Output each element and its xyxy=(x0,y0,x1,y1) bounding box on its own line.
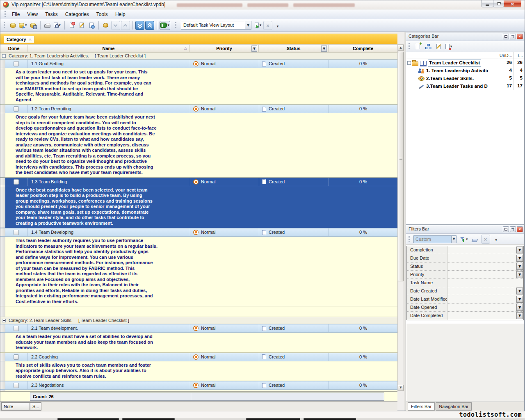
restore-button[interactable] xyxy=(493,0,504,7)
new-database-button[interactable] xyxy=(8,21,17,30)
tab-filters-bar[interactable]: Filters Bar xyxy=(408,402,435,411)
status-filter-dropdown[interactable]: ▼ xyxy=(321,46,327,52)
filter-value-field[interactable] xyxy=(447,312,523,320)
category-tree-item[interactable]: Team Leader Checklist2626 xyxy=(406,59,524,67)
clear-filter-button[interactable] xyxy=(470,235,479,244)
column-header-complete[interactable]: Complete xyxy=(329,45,397,52)
filter-dropdown-icon[interactable]: ▼ xyxy=(516,288,523,294)
task-row[interactable]: 1.3 Team BuildingNormalCreated0 % xyxy=(0,178,397,186)
filter-value-field[interactable] xyxy=(447,271,523,278)
complete-task-button[interactable] xyxy=(101,21,110,30)
column-header-done[interactable]: Done xyxy=(0,45,27,52)
column-header-total[interactable]: T... xyxy=(514,52,524,59)
add-category-button[interactable] xyxy=(413,42,422,51)
priority-filter-dropdown[interactable]: ▼ xyxy=(251,46,257,52)
toolbar-overflow-button[interactable] xyxy=(273,21,282,30)
menu-tasks[interactable]: Tasks xyxy=(41,10,62,18)
filters-close-button[interactable]: × xyxy=(517,226,523,232)
task-row[interactable]: 2.1 Team development.NormalCreated0 % xyxy=(0,324,397,333)
add-subcategory-button[interactable] xyxy=(424,42,433,51)
minimize-button[interactable] xyxy=(482,0,493,7)
apply-layout-button[interactable]: ▾ xyxy=(253,21,262,30)
task-row[interactable]: 1.4 Team DevelopingNormalCreated0 % xyxy=(0,228,397,237)
menu-file[interactable]: File xyxy=(8,10,23,18)
task-row[interactable]: 2.2 CoachingNormalCreated0 % xyxy=(0,353,397,361)
filters-pin-button[interactable] xyxy=(510,226,516,232)
filter-value-field[interactable] xyxy=(447,262,523,270)
dropdown-caret-icon[interactable]: ▾ xyxy=(168,23,170,27)
task-list-scrollbar[interactable]: ▲ ▼ xyxy=(397,44,404,391)
filter-value-field[interactable] xyxy=(447,246,523,254)
filters-restore-button[interactable] xyxy=(503,226,509,232)
column-header-status[interactable]: Status▼ xyxy=(259,45,329,52)
task-note-row[interactable]: As a team leader you need to set up goal… xyxy=(0,68,397,105)
apply-filter-button[interactable]: ▾ xyxy=(459,235,469,244)
task-done-checkbox[interactable] xyxy=(14,106,19,112)
filter-value-field[interactable] xyxy=(447,304,523,311)
task-done-checkbox[interactable] xyxy=(14,61,19,66)
task-note-row[interactable]: As a team leader you must have a set of … xyxy=(0,333,397,353)
task-done-checkbox[interactable] xyxy=(14,383,19,388)
category-group-row[interactable]: Category: 1. Team Leadership Activities.… xyxy=(0,52,397,59)
task-row[interactable]: 2.3 NegotiationsNormalCreated0 % xyxy=(0,381,397,390)
expand-all-button[interactable] xyxy=(135,21,144,30)
new-task-button[interactable] xyxy=(67,21,76,30)
task-note-row[interactable]: This set of skills allows you to coach t… xyxy=(0,361,397,381)
menu-tools[interactable]: Tools xyxy=(93,10,112,18)
collapse-group-icon[interactable] xyxy=(2,319,6,322)
combo-dropdown-icon[interactable]: ▼ xyxy=(451,235,457,243)
task-note-row[interactable]: This team leader authority requires you … xyxy=(0,237,397,306)
edit-category-button[interactable] xyxy=(434,42,443,51)
collapse-group-icon[interactable] xyxy=(2,54,6,58)
categories-close-button[interactable]: × xyxy=(517,34,523,39)
delete-layout-button[interactable] xyxy=(263,21,272,30)
save-database-button[interactable] xyxy=(29,21,38,30)
move-task-down-button[interactable] xyxy=(111,21,120,30)
task-view-layout-button[interactable]: ▾ xyxy=(160,21,171,30)
collapse-tree-icon[interactable] xyxy=(407,61,411,65)
column-header-name[interactable]: Name△ xyxy=(27,45,190,52)
open-database-button[interactable]: ▾ xyxy=(18,21,28,30)
filter-dropdown-icon[interactable]: ▼ xyxy=(516,263,523,270)
menu-help[interactable]: Help xyxy=(112,10,129,18)
categories-restore-button[interactable] xyxy=(503,34,509,39)
print-button[interactable] xyxy=(43,21,52,30)
filter-dropdown-icon[interactable]: ▼ xyxy=(516,296,523,303)
task-done-checkbox[interactable] xyxy=(14,326,19,331)
group-by-category-button[interactable]: Category △ xyxy=(4,36,34,43)
task-done-checkbox[interactable] xyxy=(14,230,19,235)
category-tree-item[interactable]: 2.Team Leader Skills.55 xyxy=(406,75,524,82)
filter-preset-combo[interactable]: Custom ▼ xyxy=(413,235,451,243)
filter-dropdown-icon[interactable]: ▼ xyxy=(516,255,523,262)
filter-dropdown-icon[interactable]: ▼ xyxy=(516,304,523,311)
column-header-undone[interactable]: UnD... xyxy=(499,52,514,59)
menu-categories[interactable]: Categories xyxy=(62,10,93,18)
scrollbar-thumb[interactable] xyxy=(398,52,404,281)
collapse-all-button[interactable] xyxy=(145,21,154,30)
delete-task-button[interactable] xyxy=(87,21,96,30)
task-row[interactable]: 1.2 Team RecruitingNormalCreated0 % xyxy=(0,105,397,113)
category-tree-item[interactable]: 1. Team Leadership Activitie44 xyxy=(406,67,524,75)
task-note-row[interactable]: Once the best candidates have been selec… xyxy=(0,186,397,228)
category-group-row[interactable]: Category: 2.Team Leader Skills.[ Team Le… xyxy=(0,317,397,324)
task-view-layout-combo[interactable]: Default Task View Layout ▼ xyxy=(181,21,251,30)
delete-filter-button[interactable] xyxy=(481,235,490,244)
edit-task-button[interactable] xyxy=(77,21,86,30)
close-button[interactable]: × xyxy=(504,0,521,7)
filters-overflow-button[interactable] xyxy=(492,235,501,244)
task-done-checkbox[interactable] xyxy=(14,179,19,185)
task-note-row[interactable]: Once goals for your future team have bee… xyxy=(0,113,397,178)
categories-pin-button[interactable] xyxy=(510,34,516,39)
combo-dropdown-icon[interactable]: ▼ xyxy=(245,21,251,29)
dropdown-caret-icon[interactable]: ▾ xyxy=(466,237,468,241)
category-tree-item[interactable]: 3.Team Leader Tasks and D1717 xyxy=(406,82,524,90)
scroll-down-icon[interactable]: ▼ xyxy=(398,385,404,391)
filter-value-field[interactable] xyxy=(447,254,523,262)
filter-value-field[interactable] xyxy=(447,295,523,303)
menu-view[interactable]: View xyxy=(23,10,41,18)
scroll-up-icon[interactable]: ▲ xyxy=(398,45,404,51)
tab-note[interactable]: Note xyxy=(1,402,30,411)
move-task-up-button[interactable] xyxy=(121,21,130,30)
tab-s[interactable]: S... xyxy=(30,402,41,411)
print-preview-button[interactable]: ▾ xyxy=(53,21,62,30)
